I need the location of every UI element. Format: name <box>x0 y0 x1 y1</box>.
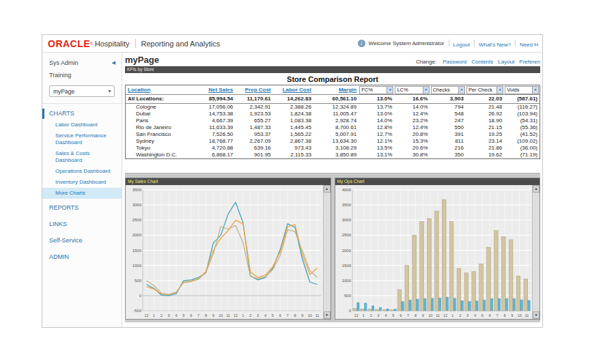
app-header: ORACLE® Hospitality Reporting and Analyt… <box>42 35 542 53</box>
value-cell: 2,342.91 <box>235 104 272 111</box>
app-window: ORACLE® Hospitality Reporting and Analyt… <box>42 34 543 328</box>
scroll-down-icon[interactable]: ▼ <box>533 311 540 319</box>
value-cell: 2,115.33 <box>273 152 313 159</box>
svg-text:10: 10 <box>308 313 312 318</box>
filter-column-voids: Voids▼ <box>504 85 540 95</box>
svg-text:7: 7 <box>407 313 409 318</box>
svg-text:5: 5 <box>392 313 394 318</box>
svg-text:1: 1 <box>242 313 244 318</box>
sidebar-item-labor-dashboard[interactable]: Labor Dashboard <box>42 120 122 130</box>
value-cell: (54.31) <box>504 117 540 124</box>
value-cell: 7,526.50 <box>188 131 235 138</box>
scroll-up-icon[interactable]: ▲ <box>324 185 331 193</box>
svg-text:1500: 1500 <box>341 264 351 268</box>
value-cell: 6,868.17 <box>188 152 235 159</box>
sidebar-section-charts[interactable]: CHARTS <box>42 106 122 120</box>
oracle-logo: ORACLE <box>48 38 90 49</box>
filter-select-checks[interactable]: Checks▼ <box>431 86 465 94</box>
svg-text:8: 8 <box>503 313 505 318</box>
value-cell: (109.02) <box>504 138 540 145</box>
column-header-location: Location <box>126 85 188 95</box>
sidebar-item-reports[interactable]: REPORTS <box>42 199 122 215</box>
svg-text:12: 12 <box>354 313 358 318</box>
value-cell: 18.90 <box>466 117 504 124</box>
table-row-dubai[interactable]: Dubai14,753.381,923.531,824.3811,005.471… <box>126 111 540 117</box>
table-row-sydney[interactable]: Sydney18,768.772,267.092,867.3813,634.30… <box>126 138 540 145</box>
change-link-preferen[interactable]: Preferen <box>519 59 540 65</box>
filter-select-lc[interactable]: LC%▼ <box>395 86 429 94</box>
divider <box>474 40 475 46</box>
value-cell: (55.36) <box>504 124 540 131</box>
table-row-cologne[interactable]: Cologne17,056.062,342.912,388.2612,324.8… <box>126 104 540 111</box>
sidebar-item-self-service[interactable]: Self-Service <box>42 232 122 248</box>
svg-text:3500: 3500 <box>341 203 351 207</box>
svg-text:500: 500 <box>344 294 351 298</box>
value-cell: 391 <box>430 131 466 138</box>
sort-link-labor-cost[interactable]: Labor Cost <box>273 87 313 93</box>
sidebar-item-operations-dashboard[interactable]: Operations Dashboard <box>42 166 122 177</box>
svg-text:3: 3 <box>466 313 469 318</box>
scrollbar[interactable]: ▲ ▼ <box>532 185 540 319</box>
change-link-layout[interactable]: Layout <box>498 59 514 65</box>
filter-select-per-check[interactable]: Per Check▼ <box>466 86 503 94</box>
table-row-paris[interactable]: Paris4,667.39655.271,083.382,928.7414.0%… <box>126 117 540 124</box>
table-row-washington-d-c[interactable]: Washington D.C.6,868.17901.952,115.333,8… <box>126 152 540 159</box>
chevron-down-icon: ▼ <box>423 87 429 94</box>
logout-link[interactable]: Logout <box>453 42 470 48</box>
sales-chart-title[interactable]: My Sales Chart <box>126 178 331 185</box>
sidebar-item-admin[interactable]: ADMIN <box>42 248 122 264</box>
table-row-san-francisco[interactable]: San Francisco7,526.50953.371,565.225,007… <box>126 131 540 138</box>
sidebar-item-more-charts[interactable]: More Charts <box>42 188 122 199</box>
horizontal-splitter[interactable] <box>125 173 540 178</box>
table-row-rio-de-janeiro[interactable]: Rio de Janeiro11,633.391,487.331,445.458… <box>126 124 540 131</box>
svg-text:3500: 3500 <box>132 188 142 192</box>
value-cell: 2,267.09 <box>235 138 272 145</box>
org-label: Sys Admin <box>49 59 79 66</box>
sort-link-net-sales[interactable]: Net Sales <box>188 87 235 93</box>
location-cell: Rio de Janeiro <box>126 124 188 131</box>
registered-mark: ® <box>90 42 93 46</box>
sidebar-item-sys-admin[interactable]: Sys Admin ◀ <box>42 56 122 68</box>
value-cell: (36.00) <box>504 145 540 152</box>
table-row-tokyo[interactable]: Tokyo4,720.88639.16973.433,108.2913.5%20… <box>126 145 540 152</box>
sidebar-item-service-performance-dashboard[interactable]: Service Performance Dashboard <box>42 130 122 148</box>
value-cell: 18,768.77 <box>188 138 235 145</box>
sidebar-item-inventory-dashboard[interactable]: Inventory Dashboard <box>42 177 122 188</box>
svg-text:2000: 2000 <box>341 249 351 253</box>
value-cell: 20.6% <box>394 145 430 152</box>
filter-select-voids[interactable]: Voids▼ <box>505 86 539 94</box>
scroll-up-icon[interactable]: ▲ <box>533 185 540 193</box>
portlet-header-label: KPIs by Store <box>127 67 154 72</box>
scroll-down-icon[interactable]: ▼ <box>324 311 331 319</box>
svg-text:9: 9 <box>212 313 214 318</box>
value-cell: 13,634.30 <box>313 138 359 145</box>
value-cell: 4,720.88 <box>188 145 235 152</box>
value-cell: 973.43 <box>273 145 313 152</box>
charts-section-label: CHARTS <box>49 110 74 117</box>
value-cell: 2,867.38 <box>273 138 313 145</box>
ops-chart-title[interactable]: My Ops Chart <box>335 178 540 185</box>
change-link-contents[interactable]: Contents <box>471 59 493 65</box>
value-cell: 247 <box>430 117 466 124</box>
totals-cell: 85,994.54 <box>188 95 235 104</box>
sort-link-margin[interactable]: Margin <box>313 87 359 93</box>
sidebar-item-sales-costs-dashboard[interactable]: Sales & Costs Dashboard <box>42 148 122 166</box>
svg-text:5: 5 <box>272 313 274 318</box>
change-link-password[interactable]: Password <box>443 59 466 65</box>
sort-link-location[interactable]: Location <box>126 87 188 93</box>
portlet-header-kpis-by-store[interactable]: KPIs by Store <box>125 66 540 73</box>
mypage-select[interactable]: myPage ▼ <box>49 85 115 97</box>
sidebar-item-links[interactable]: LINKS <box>42 215 122 232</box>
whats-new-link[interactable]: What's New? <box>479 42 511 48</box>
filter-column-lc: LC%▼ <box>394 85 430 95</box>
sidebar-item-training[interactable]: Training <box>42 68 122 81</box>
info-icon[interactable]: i <box>358 40 365 47</box>
sort-link-prep-cost[interactable]: Prep Cost <box>235 87 272 93</box>
need-help-link[interactable]: Need H <box>520 42 538 48</box>
filter-select-fc[interactable]: FC%▼ <box>359 86 393 94</box>
value-cell: 12.1% <box>359 138 394 145</box>
value-cell: 1,445.45 <box>273 124 313 131</box>
scrollbar[interactable]: ▲ ▼ <box>323 185 331 319</box>
collapse-left-icon[interactable]: ◀ <box>112 60 115 66</box>
welcome-text: Welcome System Administrator <box>369 40 445 46</box>
